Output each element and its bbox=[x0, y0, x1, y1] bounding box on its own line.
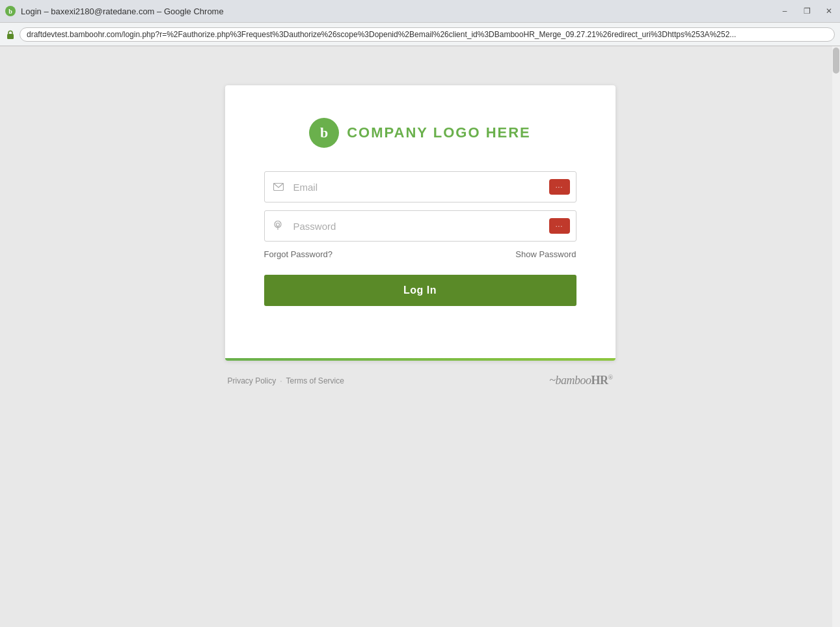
logo-letter: b bbox=[320, 124, 328, 141]
browser-chrome: b Login – baxexi2180@ratedane.com – Goog… bbox=[0, 0, 840, 46]
password-links-row: Forgot Password? Show Password bbox=[264, 249, 576, 259]
scrollbar-thumb[interactable] bbox=[833, 48, 839, 74]
show-password-link[interactable]: Show Password bbox=[515, 249, 576, 259]
footer-links: Privacy Policy · Terms of Service bbox=[228, 376, 344, 385]
forgot-password-link[interactable]: Forgot Password? bbox=[264, 249, 333, 259]
scrollbar-track[interactable] bbox=[832, 46, 840, 627]
email-autofill-button[interactable]: ··· bbox=[549, 179, 570, 195]
address-bar[interactable]: draftdevtest.bamboohr.com/login.php?r=%2… bbox=[0, 22, 840, 46]
url-bar[interactable]: draftdevtest.bamboohr.com/login.php?r=%2… bbox=[20, 27, 835, 42]
browser-title: Login – baxexi2180@ratedane.com – Google… bbox=[21, 7, 779, 16]
password-autofill-button[interactable]: ··· bbox=[549, 218, 570, 234]
email-icon bbox=[273, 183, 284, 191]
email-input[interactable] bbox=[264, 171, 576, 202]
footer-dot-separator: · bbox=[280, 376, 282, 385]
company-name: COMPANY LOGO HERE bbox=[347, 124, 531, 141]
card-accent-line bbox=[225, 358, 616, 361]
password-field-wrapper: ··· bbox=[264, 210, 576, 242]
minimize-button[interactable]: – bbox=[779, 5, 791, 17]
svg-rect-0 bbox=[7, 34, 14, 39]
bamboohr-logo: ~bambooHR® bbox=[549, 374, 612, 387]
window-controls: – ❐ ✕ bbox=[779, 5, 835, 17]
svg-point-2 bbox=[276, 223, 279, 227]
card-body: b COMPANY LOGO HERE ··· bbox=[225, 85, 616, 339]
title-bar: b Login – baxexi2180@ratedane.com – Goog… bbox=[0, 0, 840, 22]
logo-circle: b bbox=[309, 118, 339, 148]
close-button[interactable]: ✕ bbox=[823, 5, 835, 17]
email-field-wrapper: ··· bbox=[264, 171, 576, 202]
privacy-policy-link[interactable]: Privacy Policy bbox=[228, 376, 277, 385]
password-input[interactable] bbox=[264, 210, 576, 242]
page-content: b COMPANY LOGO HERE ··· bbox=[0, 46, 840, 627]
bamboohr-favicon: b bbox=[5, 6, 16, 16]
login-button[interactable]: Log In bbox=[264, 275, 576, 306]
logo-area: b COMPANY LOGO HERE bbox=[264, 118, 576, 148]
password-autofill-dots: ··· bbox=[556, 223, 563, 230]
lock-icon bbox=[5, 29, 16, 40]
terms-of-service-link[interactable]: Terms of Service bbox=[286, 376, 344, 385]
login-card: b COMPANY LOGO HERE ··· bbox=[225, 85, 616, 361]
autofill-dots: ··· bbox=[556, 184, 563, 191]
restore-button[interactable]: ❐ bbox=[801, 5, 813, 17]
password-icon bbox=[273, 221, 282, 231]
page-footer: Privacy Policy · Terms of Service ~bambo… bbox=[225, 374, 616, 387]
